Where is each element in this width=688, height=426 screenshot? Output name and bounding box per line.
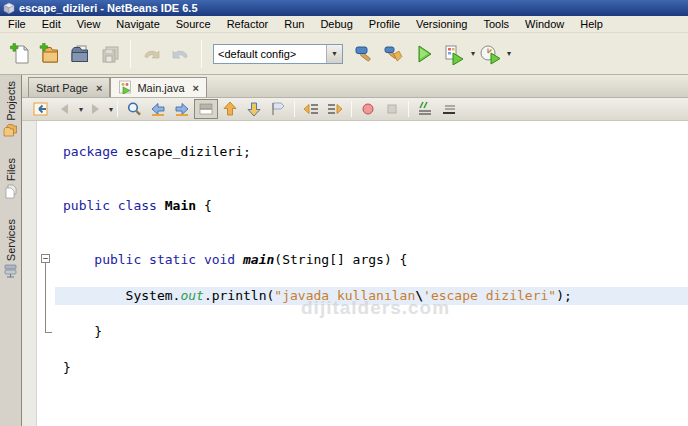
editor-gutter — [22, 121, 37, 426]
files-icon — [4, 184, 18, 203]
debug-project-button[interactable] — [439, 39, 469, 69]
netbeans-window: escape_dizileri - NetBeans IDE 6.5 FileE… — [0, 0, 688, 426]
editor-toolbar-separator — [408, 101, 409, 117]
code-line[interactable]: } — [55, 359, 688, 377]
toggle-highlight-search-button[interactable] — [194, 99, 218, 119]
sidebar-tab-services[interactable]: Services — [3, 219, 18, 282]
new-project-button[interactable] — [35, 39, 65, 69]
left-sidebar: Projects Files Services — [0, 75, 22, 426]
undo-button[interactable] — [136, 39, 166, 69]
config-dropdown[interactable]: <default config> ▼ — [213, 44, 343, 64]
toolbar-separator — [130, 40, 131, 68]
tab-start-page[interactable]: Start Page × — [28, 77, 110, 97]
menu-source[interactable]: Source — [168, 16, 219, 32]
code-editor[interactable]: − dijitalders.com package escape_diziler… — [22, 121, 688, 426]
title-bar: escape_dizileri - NetBeans IDE 6.5 — [0, 0, 688, 16]
editor-toolbar-separator — [294, 101, 295, 117]
last-edit-position-button[interactable] — [29, 99, 53, 119]
menu-tools[interactable]: Tools — [475, 16, 517, 32]
fold-column: − — [37, 121, 55, 426]
menu-view[interactable]: View — [69, 16, 109, 32]
sidebar-tab-projects[interactable]: Projects — [3, 81, 18, 142]
fold-collapse-icon[interactable]: − — [41, 254, 50, 263]
menu-refactor[interactable]: Refactor — [219, 16, 277, 32]
menu-profile[interactable]: Profile — [361, 16, 408, 32]
tab-main-java-label: Main.java — [137, 82, 184, 94]
menu-window[interactable]: Window — [517, 16, 572, 32]
code-line[interactable] — [55, 269, 688, 287]
stop-macro-recording-button[interactable] — [380, 99, 404, 119]
back-button[interactable] — [53, 99, 77, 119]
fold-line-foot — [45, 332, 52, 333]
menu-bar: FileEditViewNavigateSourceRefactorRunDeb… — [0, 16, 688, 33]
start-macro-recording-button[interactable] — [356, 99, 380, 119]
tab-start-page-close-icon[interactable]: × — [96, 82, 102, 94]
services-icon — [3, 264, 18, 282]
config-dropdown-value: <default config> — [214, 48, 326, 60]
toggle-bookmark-button[interactable] — [266, 99, 290, 119]
save-all-button[interactable] — [95, 39, 125, 69]
shift-line-left-button[interactable] — [299, 99, 323, 119]
sidebar-tab-files[interactable]: Files — [4, 158, 18, 203]
code-line[interactable]: package escape_dizileri; — [55, 143, 688, 161]
code-line[interactable] — [55, 215, 688, 233]
fold-line — [45, 263, 46, 332]
code-line[interactable]: public static void main(String[] args) { — [55, 251, 688, 269]
uncomment-button[interactable] — [437, 99, 461, 119]
code-line[interactable] — [55, 161, 688, 179]
editor-toolbar-separator — [117, 101, 118, 117]
code-line[interactable] — [55, 179, 688, 197]
find-previous-button[interactable] — [146, 99, 170, 119]
build-project-button[interactable] — [349, 39, 379, 69]
run-project-button[interactable] — [409, 39, 439, 69]
tab-main-java[interactable]: Main.java × — [110, 77, 207, 97]
open-project-button[interactable] — [65, 39, 95, 69]
main-toolbar: <default config> ▼ — [0, 33, 688, 75]
editor-toolbar: ▾ ▾ — [22, 97, 688, 121]
sidebar-tab-files-label: Files — [5, 158, 17, 181]
menu-file[interactable]: File — [0, 16, 34, 32]
code-area[interactable]: package escape_dizileri; public class Ma… — [55, 143, 688, 377]
menu-help[interactable]: Help — [572, 16, 611, 32]
code-line[interactable]: } — [55, 323, 688, 341]
redo-button[interactable] — [166, 39, 196, 69]
find-next-button[interactable] — [170, 99, 194, 119]
netbeans-logo-icon — [3, 2, 15, 14]
menu-run[interactable]: Run — [276, 16, 312, 32]
profile-project-button[interactable] — [475, 39, 505, 69]
code-line[interactable] — [55, 233, 688, 251]
forward-button[interactable] — [83, 99, 107, 119]
watermark: dijitalders.com — [301, 297, 450, 319]
code-line[interactable] — [55, 341, 688, 359]
shift-line-right-button[interactable] — [323, 99, 347, 119]
menu-navigate[interactable]: Navigate — [108, 16, 167, 32]
document-tab-bar: Start Page × Main.java × — [22, 75, 688, 97]
projects-icon — [3, 124, 18, 142]
clean-and-build-button[interactable] — [379, 39, 409, 69]
toolbar-separator — [201, 40, 202, 68]
menu-edit[interactable]: Edit — [34, 16, 69, 32]
forward-dropdown-caret-icon[interactable]: ▾ — [109, 105, 113, 114]
previous-bookmark-button[interactable] — [218, 99, 242, 119]
java-class-icon — [118, 80, 132, 96]
editor-toolbar-separator — [351, 101, 352, 117]
next-bookmark-button[interactable] — [242, 99, 266, 119]
comment-button[interactable] — [413, 99, 437, 119]
new-file-button[interactable] — [5, 39, 35, 69]
config-dropdown-arrow-icon[interactable]: ▼ — [326, 45, 342, 63]
find-button[interactable] — [122, 99, 146, 119]
sidebar-tab-services-label: Services — [5, 219, 17, 261]
tab-main-java-close-icon[interactable]: × — [193, 82, 199, 94]
window-title: escape_dizileri - NetBeans IDE 6.5 — [19, 2, 198, 14]
profile-dropdown-caret-icon[interactable]: ▾ — [507, 49, 511, 58]
sidebar-tab-projects-label: Projects — [5, 81, 17, 121]
code-line[interactable]: public class Main { — [55, 197, 688, 215]
tab-start-page-label: Start Page — [36, 82, 88, 94]
menu-debug[interactable]: Debug — [312, 16, 360, 32]
menu-versioning[interactable]: Versioning — [408, 16, 475, 32]
